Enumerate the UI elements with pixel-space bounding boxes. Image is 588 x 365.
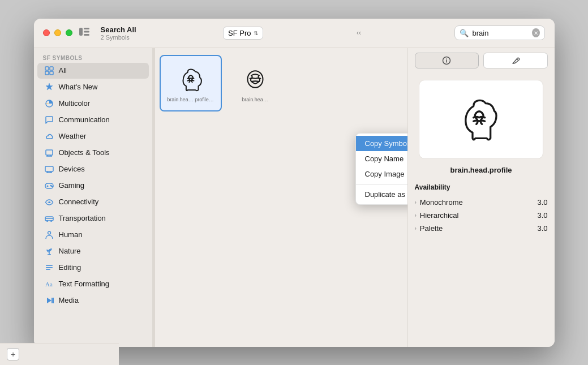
search-area-title: Search All 2 Symbols (101, 25, 136, 41)
sidebar-item-label: Transportation (59, 214, 106, 222)
sidebar-item-editing[interactable]: Editing (37, 260, 149, 276)
all-icon (44, 66, 54, 76)
svg-rect-2 (84, 31, 89, 33)
sidebar-toggle-button[interactable] (79, 28, 89, 38)
sidebar: SF Symbols All W (34, 48, 153, 347)
context-menu: Copy Symbol Copy Name Copy Image Duplica… (355, 133, 407, 205)
context-menu-divider (356, 184, 407, 184)
communication-icon (44, 115, 54, 125)
human-icon (44, 230, 54, 240)
symbols-grid: brain.hea… profile… (160, 55, 401, 111)
svg-rect-9 (46, 150, 53, 155)
nature-icon (44, 246, 54, 256)
availability-row-hierarchical[interactable]: › Hierarchical 3.0 (415, 209, 548, 222)
svg-point-16 (46, 220, 48, 222)
sidebar-item-label: Text Formatting (59, 280, 110, 288)
nav-back-icon[interactable]: ‹‹ (357, 29, 361, 37)
sidebar-item-text-formatting[interactable]: Aa Text Formatting (37, 276, 149, 292)
sidebar-item-weather[interactable]: Weather (37, 128, 149, 144)
sidebar-item-label: Media (59, 296, 79, 304)
availability-row-left: › Palette (415, 224, 443, 233)
chevron-icon: › (415, 199, 417, 205)
maximize-button[interactable] (66, 29, 72, 36)
minimize-button[interactable] (54, 29, 61, 36)
chevron-icon: › (415, 212, 417, 218)
symbols-grid-area: brain.hea… profile… (153, 48, 407, 347)
svg-rect-19 (46, 265, 53, 266)
sidebar-item-media[interactable]: Media (37, 293, 149, 308)
svg-rect-25 (53, 298, 54, 303)
availability-version: 3.0 (537, 198, 547, 207)
nav-arrows: ‹‹ (350, 29, 368, 37)
availability-version: 3.0 (537, 211, 547, 220)
panel-tabs (408, 48, 555, 73)
svg-rect-20 (46, 267, 53, 268)
sidebar-item-devices[interactable]: Devices (37, 161, 149, 177)
sidebar-item-label: Objects & Tools (59, 148, 110, 157)
sidebar-item-nature[interactable]: Nature (37, 243, 149, 259)
availability-label: Monochrome (420, 198, 463, 207)
sidebar-item-whats-new[interactable]: What's New (37, 79, 149, 95)
availability-version: 3.0 (537, 224, 547, 233)
sidebar-item-objects-tools[interactable]: Objects & Tools (37, 145, 149, 161)
sidebar-item-all[interactable]: All (37, 63, 149, 79)
sidebar-item-label: Connectivity (59, 197, 99, 206)
svg-rect-4 (45, 67, 49, 70)
whats-new-icon (44, 82, 54, 92)
context-menu-copy-symbol[interactable]: Copy Symbol (356, 136, 407, 151)
svg-rect-24 (51, 298, 53, 303)
sidebar-item-transportation[interactable]: Transportation (37, 211, 149, 226)
objects-tools-icon (44, 148, 54, 158)
svg-rect-3 (84, 34, 89, 36)
font-selector[interactable]: SF Pro ⇅ (223, 27, 263, 40)
transportation-icon (44, 213, 54, 224)
sidebar-item-gaming[interactable]: Gaming (37, 178, 149, 194)
sidebar-item-human[interactable]: Human (37, 227, 149, 243)
devices-icon (44, 164, 54, 174)
connectivity-icon (44, 197, 54, 207)
availability-row-palette[interactable]: › Palette 3.0 (415, 222, 548, 235)
panel-tab-style[interactable] (483, 53, 548, 68)
availability-row-left: › Hierarchical (415, 211, 459, 220)
close-button[interactable] (43, 29, 50, 36)
search-input[interactable] (472, 29, 529, 37)
sidebar-item-multicolor[interactable]: Multicolor (37, 96, 149, 111)
context-menu-copy-image[interactable]: Copy Image (356, 166, 407, 182)
availability-section: Availability › Monochrome 3.0 › Hier (415, 183, 548, 235)
panel-preview: brain.head.profile Availability › Monoch… (408, 73, 555, 347)
svg-rect-5 (50, 67, 53, 70)
context-menu-duplicate[interactable]: Duplicate as Custom Symbol (356, 187, 407, 202)
sidebar-item-label: Gaming (59, 181, 85, 190)
context-menu-copy-name[interactable]: Copy Name (356, 151, 407, 166)
text-formatting-icon: Aa (44, 279, 54, 289)
svg-point-13 (51, 186, 53, 187)
availability-row-monochrome[interactable]: › Monochrome 3.0 (415, 196, 548, 209)
preview-image-box (419, 80, 543, 159)
media-icon (44, 295, 54, 306)
svg-rect-7 (50, 71, 53, 75)
svg-rect-1 (84, 28, 89, 29)
sidebar-item-label: Devices (59, 165, 85, 173)
sidebar-item-connectivity[interactable]: Connectivity (37, 194, 149, 210)
app-window: Search All 2 Symbols SF Pro ⇅ ‹‹ 🔍 ✕ SF … (34, 19, 555, 347)
svg-point-17 (50, 220, 52, 222)
availability-label: Palette (420, 224, 443, 233)
symbol-item[interactable]: brain.hea… profile… (160, 55, 222, 111)
symbol-item[interactable]: brain.hea… (224, 55, 286, 111)
availability-row-left: › Monochrome (415, 198, 463, 207)
symbol-icon (175, 64, 206, 97)
sidebar-item-label: Human (59, 230, 83, 239)
sidebar-label: SF Symbols (34, 53, 152, 62)
search-clear-button[interactable]: ✕ (532, 28, 540, 37)
svg-rect-0 (79, 28, 83, 36)
sidebar-item-label: What's New (59, 83, 98, 91)
multicolor-icon (44, 98, 54, 109)
svg-text:Aa: Aa (45, 281, 53, 287)
sidebar-item-label: Editing (59, 263, 81, 272)
search-all-heading: Search All (101, 25, 136, 34)
svg-point-12 (50, 185, 51, 186)
svg-rect-10 (45, 166, 53, 171)
sidebar-item-communication[interactable]: Communication (37, 112, 149, 128)
availability-title: Availability (415, 183, 548, 191)
panel-tab-info[interactable] (415, 53, 479, 68)
